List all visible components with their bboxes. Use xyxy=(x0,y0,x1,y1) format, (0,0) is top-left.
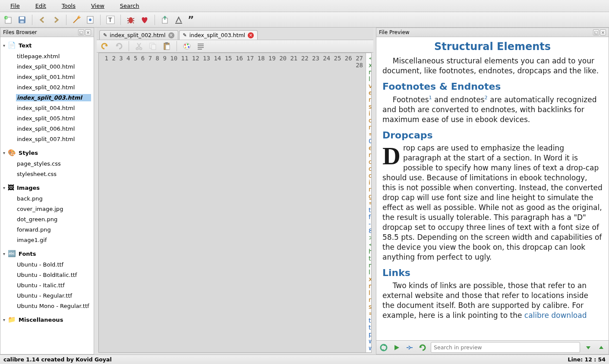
file-preview-panel: File Preview ◱ × Structural Elements Mis… xyxy=(376,28,609,355)
separator xyxy=(100,15,101,25)
menu-edit[interactable]: Edit xyxy=(28,1,53,10)
category-images[interactable]: ▾🖼Images xyxy=(3,182,91,193)
quote-icon[interactable]: ” xyxy=(188,15,197,25)
undo-icon[interactable] xyxy=(100,41,110,51)
link-calibre-download[interactable]: calibre download xyxy=(524,311,587,320)
redo-icon[interactable] xyxy=(114,41,123,51)
file-item[interactable]: page_styles.css xyxy=(16,160,91,167)
lines-icon[interactable] xyxy=(196,41,205,51)
file-item[interactable]: Ubuntu - Italic.ttf xyxy=(16,282,91,289)
file-item[interactable]: Ubuntu - BoldItalic.ttf xyxy=(16,271,91,279)
panel-undock-icon[interactable]: ◱ xyxy=(78,29,84,35)
svg-rect-19 xyxy=(166,45,170,50)
files-browser-panel: Files Browser ◱ × ▾📄Texttitlepage.xhtmli… xyxy=(0,28,94,355)
toc-icon[interactable] xyxy=(85,15,95,25)
preview-heading-dropcaps: Dropcaps xyxy=(382,129,603,142)
paste-special-icon[interactable] xyxy=(174,15,183,25)
file-item[interactable]: index_split_005.html xyxy=(16,115,91,122)
file-preview-title-label: File Preview xyxy=(379,29,410,35)
forward-icon[interactable] xyxy=(51,15,61,25)
menu-tools[interactable]: Tools xyxy=(55,1,82,10)
content-area: Files Browser ◱ × ▾📄Texttitlepage.xhtmli… xyxy=(0,28,609,355)
svg-rect-18 xyxy=(165,42,168,44)
wand-icon[interactable] xyxy=(72,15,81,25)
menu-view[interactable]: View xyxy=(84,1,111,10)
preview-para-links: Two kinds of links are possible, those t… xyxy=(382,281,603,320)
file-item[interactable]: index_split_002.html xyxy=(16,84,91,91)
footnote-ref-1[interactable]: 1 xyxy=(429,95,432,100)
split-icon[interactable] xyxy=(405,343,414,352)
svg-point-23 xyxy=(188,46,189,48)
search-next-icon[interactable] xyxy=(584,343,593,352)
code-editor[interactable]: 1 2 3 4 5 6 7 8 9 10 11 12 13 14 15 16 1… xyxy=(98,53,372,353)
category-styles[interactable]: ▾🎨Styles xyxy=(3,147,91,158)
tab-close-icon[interactable]: × xyxy=(248,32,254,38)
editor-tab[interactable]: ✎index_split_003.html× xyxy=(179,30,258,40)
export-icon[interactable] xyxy=(160,15,170,25)
file-item[interactable]: titlepage.xhtml xyxy=(16,53,91,60)
category-fonts[interactable]: ▾🔤Fonts xyxy=(3,248,91,259)
separator xyxy=(129,41,129,51)
footnote-ref-2[interactable]: 2 xyxy=(485,95,488,100)
file-preview-body[interactable]: Structural Elements Miscellaneous struct… xyxy=(376,37,609,340)
category-text[interactable]: ▾📄Text xyxy=(3,40,91,51)
copy-icon[interactable] xyxy=(148,41,158,51)
file-item[interactable]: dot_green.png xyxy=(16,216,91,223)
svg-point-14 xyxy=(140,48,142,50)
svg-rect-16 xyxy=(151,44,156,50)
save-icon[interactable] xyxy=(17,15,27,25)
svg-point-20 xyxy=(183,43,190,49)
separator xyxy=(32,15,32,25)
editor-tab[interactable]: ✎index_split_002.html× xyxy=(99,30,178,40)
panel-close-icon[interactable]: × xyxy=(600,29,606,35)
back-icon[interactable] xyxy=(38,15,47,25)
file-item[interactable]: stylesheet.css xyxy=(16,170,91,178)
t: rop caps are used to emphasize the leadi… xyxy=(382,144,603,261)
svg-point-22 xyxy=(187,44,189,45)
preview-toolbar xyxy=(376,340,609,354)
file-item[interactable]: index_split_000.html xyxy=(16,63,91,70)
svg-rect-4 xyxy=(20,17,24,19)
heart-icon[interactable] xyxy=(140,15,149,25)
file-item[interactable]: Ubuntu Mono - Regular.ttf xyxy=(16,302,91,310)
paste-icon[interactable] xyxy=(162,41,171,51)
file-item[interactable]: index_split_003.html xyxy=(16,94,91,101)
svg-point-7 xyxy=(89,19,92,21)
search-prev-icon[interactable] xyxy=(596,343,606,352)
sync-icon[interactable] xyxy=(379,343,388,352)
menu-file[interactable]: File xyxy=(3,1,27,10)
menu-edit-label: Edit xyxy=(32,1,50,10)
file-item[interactable]: index_split_004.html xyxy=(16,104,91,112)
tab-close-icon[interactable]: × xyxy=(168,32,174,38)
text-icon[interactable]: T xyxy=(106,15,115,25)
file-item[interactable]: Ubuntu - Bold.ttf xyxy=(16,261,91,268)
file-item[interactable]: forward.png xyxy=(16,226,91,233)
menu-search[interactable]: Search xyxy=(113,1,146,10)
category-miscellaneous[interactable]: ▾📁Miscellaneous xyxy=(3,314,91,325)
cut-icon[interactable] xyxy=(134,41,144,51)
status-right: Line: 12 : 54 xyxy=(568,356,606,363)
file-preview-title: File Preview ◱ × xyxy=(376,28,609,37)
file-item[interactable]: index_split_006.html xyxy=(16,125,91,132)
reload-icon[interactable] xyxy=(418,343,427,352)
panel-close-icon[interactable]: × xyxy=(85,29,91,35)
preview-para-footnotes: Footnotes1 and endnotes2 are automatical… xyxy=(382,95,603,125)
file-item[interactable]: index_split_007.html xyxy=(16,135,91,143)
main-toolbar: + T ” xyxy=(0,12,609,28)
new-book-icon[interactable]: + xyxy=(3,15,13,25)
preview-search-input[interactable] xyxy=(431,342,580,353)
bug-icon[interactable] xyxy=(126,15,136,25)
menu-tools-label: Tools xyxy=(58,1,79,10)
file-item[interactable]: cover_image.jpg xyxy=(16,205,91,213)
color-icon[interactable] xyxy=(182,41,192,51)
preview-heading-structural: Structural Elements xyxy=(382,40,603,53)
play-icon[interactable] xyxy=(392,343,401,352)
file-item[interactable]: back.png xyxy=(16,195,91,202)
files-browser-title: Files Browser ◱ × xyxy=(0,28,94,37)
files-browser-body[interactable]: ▾📄Texttitlepage.xhtmlindex_split_000.htm… xyxy=(0,37,94,354)
panel-undock-icon[interactable]: ◱ xyxy=(593,29,599,35)
file-item[interactable]: index_split_001.html xyxy=(16,73,91,81)
file-item[interactable]: image1.gif xyxy=(16,236,91,244)
code-content[interactable]: <?xml version='1.0' encoding='utf-8'?> <… xyxy=(366,53,371,352)
file-item[interactable]: Ubuntu - Regular.ttf xyxy=(16,292,91,299)
